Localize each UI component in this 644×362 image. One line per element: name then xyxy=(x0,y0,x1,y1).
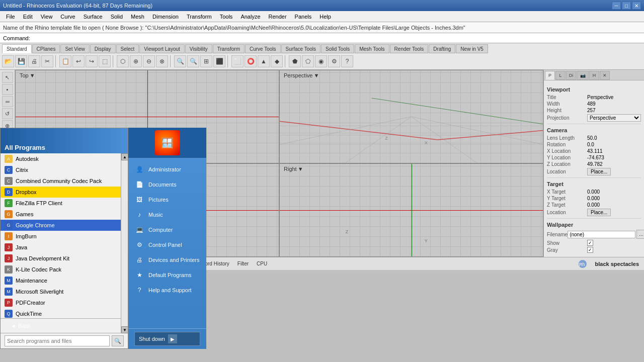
viewport-top-arrow[interactable]: ▼ xyxy=(30,72,35,78)
toolbar-tab-cplanes[interactable]: CPlanes xyxy=(32,44,60,53)
program-item-filezilla-ftp-client[interactable]: FFileZilla FTP Client xyxy=(1,198,128,209)
toolbar-tab-standard[interactable]: Standard xyxy=(2,44,32,53)
toolbar-icon-12[interactable]: 🔍 xyxy=(174,55,186,67)
toolbar-icon-8[interactable]: ⬡ xyxy=(117,55,129,67)
program-item-games[interactable]: GGames xyxy=(1,209,128,220)
right-menu-item-administrator[interactable]: 👤Administrator xyxy=(128,162,206,177)
toolbar-icon-17[interactable]: ⭕ xyxy=(245,55,257,67)
menu-item-solid[interactable]: Solid xyxy=(107,13,127,21)
menu-item-file[interactable]: File xyxy=(2,13,19,21)
toolbar-tab-mesh-tools[interactable]: Mesh Tools xyxy=(355,44,389,53)
program-item-java[interactable]: JJava xyxy=(1,242,128,253)
program-item-pdfcreator[interactable]: PPDFCreator xyxy=(1,297,128,308)
menu-item-surface[interactable]: Surface xyxy=(79,13,107,21)
back-button[interactable]: ◄ Back xyxy=(5,321,36,331)
right-menu-item-devices-and-printers[interactable]: 🖨Devices and Printers xyxy=(128,252,206,267)
viewport-perspective-arrow[interactable]: ▼ xyxy=(313,72,319,78)
rotate-tool-icon[interactable]: ↺ xyxy=(2,108,13,119)
minimize-button[interactable]: ─ xyxy=(612,2,621,10)
program-item-citrix[interactable]: CCitrix xyxy=(1,164,128,175)
search-input[interactable] xyxy=(5,335,110,346)
camera-place-button[interactable]: Place... xyxy=(587,168,611,175)
wallpaper-show-checkbox[interactable] xyxy=(587,240,593,246)
wallpaper-gray-checkbox[interactable] xyxy=(587,247,593,253)
toolbar-icon-1[interactable]: 💾 xyxy=(15,55,27,67)
toolbar-icon-15[interactable]: ⬛ xyxy=(213,55,225,67)
toolbar-tab-solid-tools[interactable]: Solid Tools xyxy=(321,44,354,53)
viewport-right-arrow[interactable]: ▼ xyxy=(298,166,303,172)
right-menu-item-computer[interactable]: 💻Computer xyxy=(128,222,206,237)
menu-item-mesh[interactable]: Mesh xyxy=(127,13,148,21)
shutdown-button[interactable]: Shut down ▶ xyxy=(134,332,200,346)
wallpaper-filename-input[interactable] xyxy=(568,231,635,238)
toolbar-icon-9[interactable]: ⊕ xyxy=(130,55,142,67)
maximize-button[interactable]: □ xyxy=(622,2,631,10)
program-item-k-lite-codec-pack[interactable]: KK-Lite Codec Pack xyxy=(1,264,128,275)
menu-item-help[interactable]: Help xyxy=(315,13,335,21)
toolbar-tab-curve-tools[interactable]: Curve Tools xyxy=(245,44,281,53)
scroll-up-button[interactable]: ▲ xyxy=(121,153,128,160)
toolbar-icon-13[interactable]: 🔍 xyxy=(187,55,199,67)
menu-item-dimension[interactable]: Dimension xyxy=(148,13,183,21)
toolbar-tab-display[interactable]: Display xyxy=(90,44,116,53)
right-menu-item-control-panel[interactable]: ⚙Control Panel xyxy=(128,237,206,252)
rp-tab-close[interactable]: ✕ xyxy=(600,71,610,80)
toolbar-tab-visibility[interactable]: Visibility xyxy=(185,44,212,53)
program-item-combined-community-codec-pack[interactable]: CCombined Community Codec Pack xyxy=(1,175,128,187)
program-item-quicktime[interactable]: QQuickTime xyxy=(1,308,128,318)
toolbar-icon-7[interactable]: ⬚ xyxy=(99,55,111,67)
toolbar-icon-11[interactable]: ⊗ xyxy=(156,55,168,67)
target-place-button[interactable]: Place... xyxy=(587,209,611,216)
menu-item-render[interactable]: Render xyxy=(265,13,291,21)
rp-tab-properties[interactable]: P xyxy=(545,71,555,80)
point-tool-icon[interactable]: • xyxy=(2,84,13,95)
rp-tab-layers[interactable]: L xyxy=(555,71,566,80)
menu-item-curve[interactable]: Curve xyxy=(56,13,79,21)
rp-tab-render[interactable]: 📷 xyxy=(577,71,589,80)
program-item-java-development-kit[interactable]: JJava Development Kit xyxy=(1,253,128,264)
menu-item-analyze[interactable]: Analyze xyxy=(236,13,264,21)
toolbar-tab-drafting[interactable]: Drafting xyxy=(429,44,455,53)
toolbar-tab-new-in-v5[interactable]: New in V5 xyxy=(456,44,488,53)
move-tool-icon[interactable] xyxy=(2,96,13,107)
search-button[interactable]: 🔍 xyxy=(112,335,124,346)
status-item-filter[interactable]: Filter xyxy=(234,259,252,268)
right-menu-item-default-programs[interactable]: ★Default Programs xyxy=(128,267,206,283)
right-menu-item-documents[interactable]: 📄Documents xyxy=(128,177,206,192)
toolbar-icon-18[interactable]: ▲ xyxy=(258,55,270,67)
toolbar-icon-24[interactable]: ? xyxy=(341,55,353,67)
toolbar-tab-viewport-layout[interactable]: Viewport Layout xyxy=(139,44,185,53)
toolbar-icon-22[interactable]: ◉ xyxy=(315,55,327,67)
close-button[interactable]: ✕ xyxy=(632,2,641,10)
menu-item-tools[interactable]: Tools xyxy=(216,13,237,21)
toolbar-tab-set-view[interactable]: Set View xyxy=(60,44,89,53)
toolbar-tab-transform[interactable]: Transform xyxy=(213,44,245,53)
toolbar-icon-20[interactable]: ⬟ xyxy=(289,55,301,67)
toolbar-tab-surface-tools[interactable]: Surface Tools xyxy=(281,44,320,53)
toolbar-tab-select[interactable]: Select xyxy=(116,44,139,53)
scroll-down-button[interactable]: ▼ xyxy=(121,326,128,333)
program-item-autodesk[interactable]: AAutodesk xyxy=(1,153,128,164)
toolbar-icon-10[interactable]: ⊖ xyxy=(143,55,155,67)
toolbar-icon-16[interactable]: ⬜ xyxy=(231,55,244,67)
toolbar-tab-render-tools[interactable]: Render Tools xyxy=(390,44,429,53)
command-input[interactable] xyxy=(32,35,641,41)
menu-item-view[interactable]: View xyxy=(37,13,57,21)
menu-item-edit[interactable]: Edit xyxy=(19,13,37,21)
rp-tab-extra[interactable]: H xyxy=(589,71,599,80)
toolbar-icon-21[interactable]: ⬠ xyxy=(302,55,314,67)
program-item-microsoft-silverlight[interactable]: MMicrosoft Silverlight xyxy=(1,286,128,297)
toolbar-icon-3[interactable]: ✂ xyxy=(41,55,53,67)
toolbar-icon-14[interactable]: ⊞ xyxy=(200,55,212,67)
prop-projection-select[interactable]: Perspective Parallel xyxy=(587,114,641,122)
toolbar-icon-19[interactable]: ◆ xyxy=(271,55,283,67)
toolbar-icon-23[interactable]: ⚙ xyxy=(328,55,340,67)
toolbar-icon-4[interactable]: 📋 xyxy=(59,55,71,67)
shutdown-arrow-button[interactable]: ▶ xyxy=(168,334,177,343)
program-item-imgburn[interactable]: IImgBurn xyxy=(1,231,128,242)
rp-tab-display[interactable]: Di xyxy=(566,71,576,80)
right-menu-item-music[interactable]: ♪Music xyxy=(128,207,206,222)
program-item-dropbox[interactable]: DDropbox xyxy=(1,187,128,198)
program-item-google-chrome[interactable]: GGoogle Chrome xyxy=(1,220,128,231)
viewport-perspective[interactable]: Z X Perspective ▼ xyxy=(279,70,543,163)
